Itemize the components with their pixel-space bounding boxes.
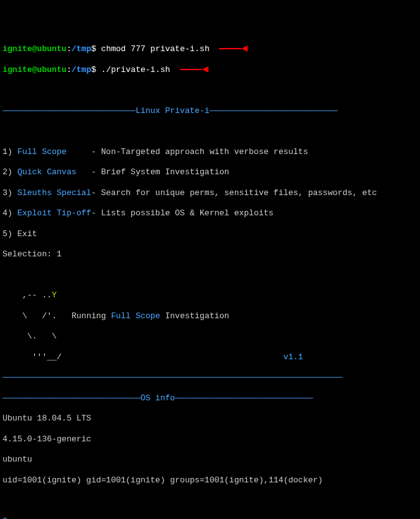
ascii-art: ,-- ..Y — [3, 290, 417, 301]
arrow-annotation-1 — [219, 44, 248, 54]
selection-input[interactable]: Selection: 1 — [3, 249, 417, 260]
menu-item-5: 5) Exit — [3, 229, 417, 239]
prompt-line-2: ignite@ubuntu:/tmp$ ./private-i.sh — [3, 64, 417, 75]
menu-item-1: 1) Full Scope - Non-Targeted approach wi… — [3, 147, 417, 157]
os-line: Ubuntu 18.04.5 LTS — [3, 414, 417, 424]
id-line: uid=1001(ignite) gid=1001(ignite) groups… — [3, 475, 417, 486]
super-users-title: Super users — [3, 516, 417, 519]
section-os-info: ————————————————————————————OS info—————… — [3, 393, 417, 403]
menu-item-4: 4) Exploit Tip-off- Lists possible OS & … — [3, 208, 417, 218]
prompt-line-1: ignite@ubuntu:/tmp$ chmod 777 private-i.… — [3, 44, 417, 54]
prompt-path: /tmp — [71, 44, 91, 54]
prompt-user: ignite@ubuntu — [3, 44, 66, 54]
command-chmod[interactable]: chmod 777 private-i.sh — [101, 44, 210, 54]
hostname-line: ubuntu — [3, 455, 417, 465]
menu-item-2: 2) Quick Canvas - Brief System Investiga… — [3, 167, 417, 177]
kernel-line: 4.15.0-136-generic — [3, 434, 417, 444]
header-title: ———————————————————————————Linux Private… — [3, 106, 417, 116]
menu-item-3: 3) Sleuths Special- Search for unique pe… — [3, 188, 417, 198]
command-run[interactable]: ./private-i.sh — [101, 65, 170, 75]
arrow-annotation-2 — [180, 64, 208, 75]
version-label: v1.1 — [62, 352, 303, 362]
